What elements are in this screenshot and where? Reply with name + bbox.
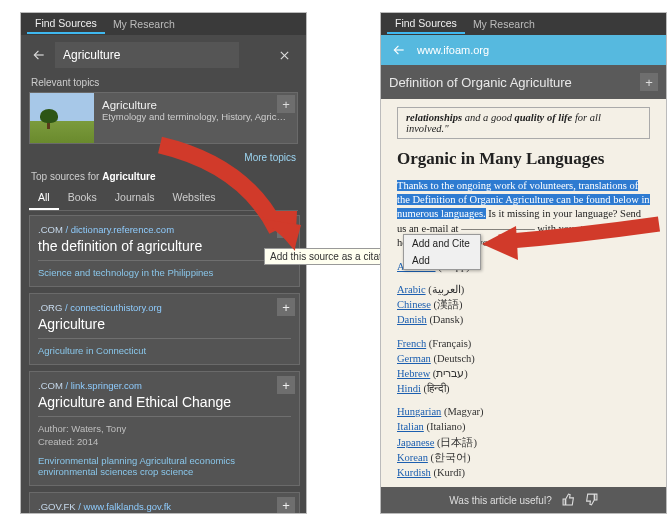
tab-find-sources-r[interactable]: Find Sources — [387, 14, 465, 34]
add-source-button[interactable]: + — [277, 376, 295, 394]
topic-thumbnail — [30, 93, 94, 143]
source-tags: Environmental planning Agricultural econ… — [38, 455, 291, 477]
language-link[interactable]: Danish — [397, 314, 427, 325]
source-meta: Author: Waters, TonyCreated: 2014 — [38, 423, 291, 449]
language-item: French (Français) — [397, 337, 650, 351]
language-item: Hungarian (Magyar) — [397, 405, 650, 419]
quote-box: relationships and a good quality of life… — [397, 107, 650, 139]
topic-subtitle: Etymology and terminology, History, Agri… — [102, 111, 289, 122]
language-item: Arabic (العربية) — [397, 283, 650, 297]
source-domain: .ORG / connecticuthistory.org — [38, 302, 291, 313]
language-item: Chinese (漢語) — [397, 298, 650, 312]
filter-websites[interactable]: Websites — [164, 186, 225, 210]
thumbs-up-icon[interactable] — [562, 493, 575, 508]
filter-all[interactable]: All — [29, 186, 59, 210]
tab-my-research[interactable]: My Research — [105, 15, 183, 33]
source-card[interactable]: +.COM / dictionary.reference.comthe defi… — [29, 215, 300, 287]
language-item: Danish (Dansk) — [397, 313, 650, 327]
language-list: Albanian (Shqip)Arabic (العربية)Chinese … — [397, 260, 650, 487]
language-item: Hindi (हिन्दी) — [397, 382, 650, 396]
language-item: Hebrew (עברית) — [397, 367, 650, 381]
source-domain: .COM / dictionary.reference.com — [38, 224, 291, 235]
relevant-topics-label: Relevant topics — [21, 75, 306, 92]
page-title: Definition of Organic Agriculture — [389, 75, 572, 90]
language-link[interactable]: Hungarian — [397, 406, 441, 417]
language-link[interactable]: Korean — [397, 452, 428, 463]
source-filters: AllBooksJournalsWebsites — [29, 186, 298, 211]
back-icon[interactable] — [29, 45, 49, 65]
feedback-footer: Was this article useful? — [381, 487, 666, 513]
language-link[interactable]: Hebrew — [397, 368, 430, 379]
top-tabbar-right: Find Sources My Research — [381, 13, 666, 35]
reader-content[interactable]: relationships and a good quality of life… — [381, 99, 666, 487]
source-title: Agriculture and Ethical Change — [38, 394, 291, 410]
language-link[interactable]: Chinese — [397, 299, 431, 310]
thumbs-down-icon[interactable] — [585, 493, 598, 508]
topic-card[interactable]: Agriculture Etymology and terminology, H… — [29, 92, 298, 144]
language-link[interactable]: Hindi — [397, 383, 421, 394]
context-menu[interactable]: Add and Cite Add — [403, 234, 481, 270]
page-url: www.ifoam.org — [417, 44, 489, 56]
language-item: Japanese (日本語) — [397, 436, 650, 450]
language-item: German (Deutsch) — [397, 352, 650, 366]
ctx-add-and-cite[interactable]: Add and Cite — [404, 235, 480, 252]
url-bar: www.ifoam.org — [381, 35, 666, 65]
source-tags: Agriculture in Connecticut — [38, 345, 291, 356]
filter-journals[interactable]: Journals — [106, 186, 164, 210]
more-topics-link[interactable]: More topics — [21, 148, 306, 169]
search-input[interactable] — [55, 42, 239, 68]
section-heading: Organic in Many Languages — [397, 149, 650, 169]
source-title: the definition of agriculture — [38, 238, 291, 254]
top-sources-label: Top sources for Agriculture — [21, 169, 306, 186]
add-source-button[interactable]: + — [277, 497, 295, 514]
language-link[interactable]: Kurdish — [397, 467, 431, 478]
source-card[interactable]: +.ORG / connecticuthistory.orgAgricultur… — [29, 293, 300, 365]
add-page-button[interactable]: + — [640, 73, 658, 91]
language-link[interactable]: Arabic — [397, 284, 426, 295]
source-title: Agriculture — [38, 316, 291, 332]
tab-my-research-r[interactable]: My Research — [465, 15, 543, 33]
feedback-label: Was this article useful? — [449, 495, 551, 506]
reader-panel: Find Sources My Research www.ifoam.org D… — [380, 12, 667, 514]
source-domain: .GOV.FK / www.falklands.gov.fk — [38, 501, 291, 512]
top-tabbar: Find Sources My Research — [21, 13, 306, 35]
add-source-button[interactable]: + — [277, 220, 295, 238]
source-card[interactable]: +.COM / link.springer.comAgriculture and… — [29, 371, 300, 486]
page-title-bar: Definition of Organic Agriculture + — [381, 65, 666, 99]
language-item: Italian (Italiano) — [397, 420, 650, 434]
back-icon[interactable] — [389, 40, 409, 60]
source-domain: .COM / link.springer.com — [38, 380, 291, 391]
language-link[interactable]: Japanese — [397, 437, 434, 448]
language-link[interactable]: Italian — [397, 421, 424, 432]
tab-find-sources[interactable]: Find Sources — [27, 14, 105, 34]
source-card[interactable]: +.GOV.FK / www.falklands.gov.fkAgricultu… — [29, 492, 300, 514]
clear-icon[interactable] — [274, 45, 294, 65]
add-topic-button[interactable]: + — [277, 95, 295, 113]
topic-title: Agriculture — [102, 99, 289, 111]
ctx-add[interactable]: Add — [404, 252, 480, 269]
language-item: Korean (한국어) — [397, 451, 650, 465]
filter-books[interactable]: Books — [59, 186, 106, 210]
language-link[interactable]: German — [397, 353, 431, 364]
add-source-button[interactable]: + — [277, 298, 295, 316]
source-tags: Science and technology in the Philippine… — [38, 267, 291, 278]
language-link[interactable]: French — [397, 338, 426, 349]
language-item: Kurdish (Kurdî) — [397, 466, 650, 480]
search-row — [21, 35, 306, 75]
